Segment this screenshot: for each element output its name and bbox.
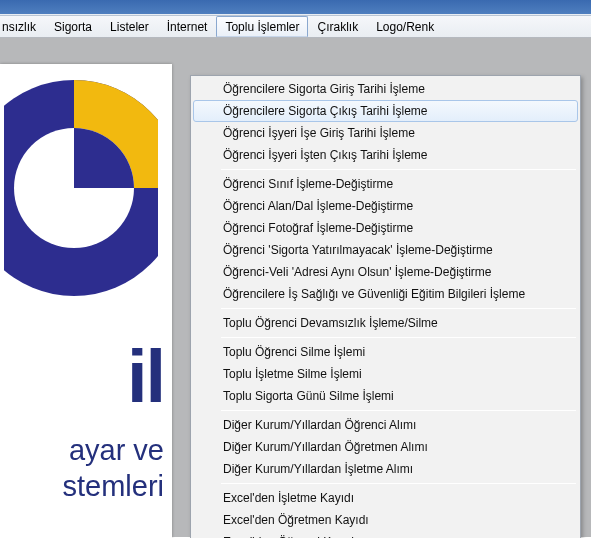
document-page: il ayar ve stemleri xyxy=(0,64,172,538)
toplu-islemler-dropdown: Öğrencilere Sigorta Giriş Tarihi İşlemeÖ… xyxy=(190,75,581,538)
dropdown-item[interactable]: Öğrenci İşyeri İşe Giriş Tarihi İşleme xyxy=(193,122,578,144)
menu-devamsizlik[interactable]: nsızlık xyxy=(2,16,45,37)
dropdown-separator xyxy=(221,337,576,338)
brand-sub-line2: stemleri xyxy=(0,468,164,504)
window-titlebar xyxy=(0,0,591,14)
dropdown-item[interactable]: Excel'den Öğrenci Kayıdı xyxy=(193,531,578,538)
dropdown-item[interactable]: Öğrenci-Veli 'Adresi Aynı Olsun' İşleme-… xyxy=(193,261,578,283)
dropdown-item[interactable]: Öğrenci Sınıf İşleme-Değiştirme xyxy=(193,173,578,195)
dropdown-item[interactable]: Toplu Öğrenci Devamsızlık İşleme/Silme xyxy=(193,312,578,334)
dropdown-separator xyxy=(221,483,576,484)
dropdown-item[interactable]: Diğer Kurum/Yıllardan Öğrenci Alımı xyxy=(193,414,578,436)
dropdown-item[interactable]: Öğrencilere İş Sağlığı ve Güvenliği Eğit… xyxy=(193,283,578,305)
dropdown-item[interactable]: Öğrenci Fotoğraf İşleme-Değiştirme xyxy=(193,217,578,239)
dropdown-separator xyxy=(221,169,576,170)
brand-logo xyxy=(4,78,158,298)
dropdown-separator xyxy=(221,308,576,309)
menu-sigorta[interactable]: Sigorta xyxy=(45,16,101,37)
dropdown-item[interactable]: Diğer Kurum/Yıllardan Öğretmen Alımı xyxy=(193,436,578,458)
brand-text-large: il xyxy=(0,334,172,419)
dropdown-item[interactable]: Toplu Sigorta Günü Silme İşlemi xyxy=(193,385,578,407)
dropdown-item[interactable]: Öğrenci İşyeri İşten Çıkış Tarihi İşleme xyxy=(193,144,578,166)
workspace: iş il ayar ve stemleri Öğrencilere Sigor… xyxy=(0,38,591,537)
menu-ciraklik[interactable]: Çıraklık xyxy=(308,16,367,37)
menubar: nsızlık Sigorta Listeler İnternet Toplu … xyxy=(0,16,591,38)
menu-logo-renk[interactable]: Logo/Renk xyxy=(367,16,443,37)
brand-sub-line1: ayar ve xyxy=(0,432,164,468)
dropdown-item[interactable]: Öğrenci 'Sigorta Yatırılmayacak' İşleme-… xyxy=(193,239,578,261)
brand-text-sub: ayar ve stemleri xyxy=(0,432,172,504)
dropdown-item[interactable]: Öğrencilere Sigorta Giriş Tarihi İşleme xyxy=(193,78,578,100)
dropdown-item[interactable]: Öğrenci Alan/Dal İşleme-Değiştirme xyxy=(193,195,578,217)
dropdown-item[interactable]: Toplu Öğrenci Silme İşlemi xyxy=(193,341,578,363)
dropdown-item[interactable]: Excel'den İşletme Kayıdı xyxy=(193,487,578,509)
dropdown-item[interactable]: Diğer Kurum/Yıllardan İşletme Alımı xyxy=(193,458,578,480)
menu-listeler[interactable]: Listeler xyxy=(101,16,158,37)
dropdown-separator xyxy=(221,410,576,411)
dropdown-item[interactable]: Excel'den Öğretmen Kayıdı xyxy=(193,509,578,531)
menu-internet[interactable]: İnternet xyxy=(158,16,217,37)
dropdown-item[interactable]: Toplu İşletme Silme İşlemi xyxy=(193,363,578,385)
dropdown-item[interactable]: Öğrencilere Sigorta Çıkış Tarihi İşleme xyxy=(193,100,578,122)
menu-toplu-islemler[interactable]: Toplu İşlemler xyxy=(216,16,308,37)
